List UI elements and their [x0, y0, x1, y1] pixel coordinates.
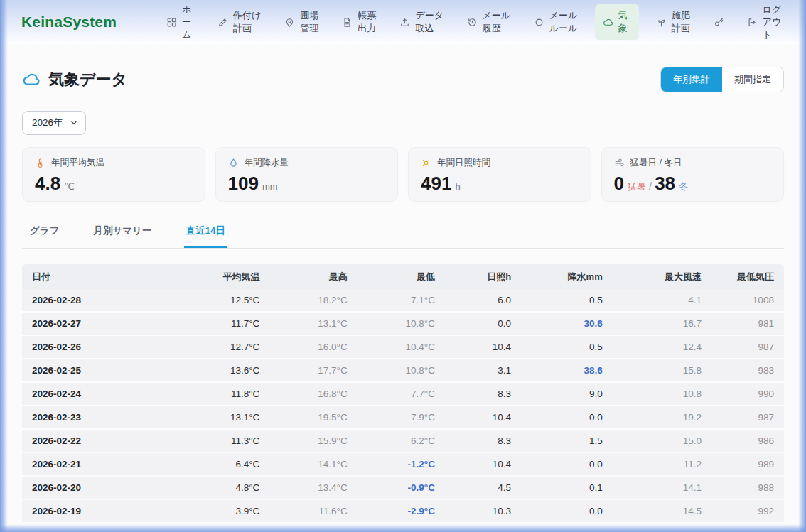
weather-table: 日付平均気温最高最低日照h降水mm最大風速最低気圧 2026-02-2812.5…: [22, 264, 784, 523]
cell-date: 2026-02-26: [22, 342, 201, 352]
table-row[interactable]: 2026-02-2313.1°C19.5°C7.9°C10.40.019.298…: [22, 406, 784, 430]
yearly-summary-button[interactable]: 年別集計: [661, 67, 722, 92]
main-nav: ホーム作付け計画圃場管理帳票出力データ取込メール履歴メールルール気象施肥計画ログ…: [161, 0, 788, 44]
cell-avg-temp: 3.9°C: [201, 506, 269, 516]
year-select[interactable]: 2026年: [22, 111, 86, 135]
tab-recent-14days[interactable]: 直近14日: [184, 220, 227, 248]
table-row[interactable]: 2026-02-193.9°C11.6°C-2.9°C10.30.014.599…: [22, 500, 784, 523]
nav-item-label: 圃場管理: [300, 9, 319, 34]
stat-card-header: 猛暑日 / 冬日: [614, 157, 772, 169]
main-content: 気象データ 年別集計 期間指定 2026年 年間平均気温4.8℃年間降水量109…: [0, 67, 806, 523]
nav-item-label: 帳票出力: [358, 9, 377, 34]
cell-date: 2026-02-23: [22, 412, 201, 423]
cell-avg-temp: 6.4°C: [201, 459, 269, 469]
stat-cards: 年間平均気温4.8℃年間降水量109mm年間日照時間491h猛暑日 / 冬日0猛…: [22, 147, 784, 202]
cell-sunshine: 8.3: [445, 389, 521, 399]
cell-rainfall: 0.0: [521, 412, 613, 423]
table-row[interactable]: 2026-02-2812.5°C18.2°C7.1°C6.00.54.11008: [22, 289, 784, 313]
cell-rainfall: 0.0: [521, 459, 613, 469]
cell-max-wind: 12.4: [613, 342, 711, 352]
cell-min-pressure: 986: [711, 435, 784, 446]
cell-min-pressure: 990: [711, 389, 784, 399]
cell-max-temp: 16.8°C: [269, 389, 357, 399]
nav-item-field-management[interactable]: 圃場管理: [279, 6, 325, 38]
nav-item-mail-history[interactable]: メール履歴: [461, 6, 517, 38]
table-row[interactable]: 2026-02-2711.7°C13.1°C10.8°C0.030.616.79…: [22, 313, 784, 336]
cell-date: 2026-02-21: [22, 459, 201, 469]
nav-item-fertilizer-plan[interactable]: 施肥計画: [650, 6, 697, 38]
cell-min-pressure: 988: [711, 482, 784, 493]
cell-rainfall: 9.0: [521, 389, 613, 399]
cell-max-temp: 16.0°C: [269, 342, 357, 352]
cell-min-temp: 7.1°C: [358, 295, 445, 305]
cell-avg-temp: 4.8°C: [201, 482, 269, 493]
cell-min-pressure: 989: [711, 459, 784, 469]
cell-min-temp: -1.2°C: [358, 459, 445, 469]
table-row[interactable]: 2026-02-204.8°C13.4°C-0.9°C4.50.114.1988: [22, 477, 784, 500]
cell-rainfall: 30.6: [521, 318, 613, 329]
cell-min-temp: 10.8°C: [358, 365, 445, 376]
nav-item-logout[interactable]: ログアウト: [741, 0, 788, 44]
column-header: 日付: [22, 271, 201, 283]
cell-avg-temp: 13.1°C: [201, 412, 269, 423]
table-row[interactable]: 2026-02-2411.8°C16.8°C7.7°C8.39.010.8990: [22, 383, 784, 406]
nav-item-weather[interactable]: 気象: [595, 4, 639, 40]
stat-label: 猛暑日 / 冬日: [630, 157, 682, 169]
window-edge-glow-bottom: [0, 524, 806, 532]
column-header: 平均気温: [201, 271, 269, 283]
nav-item-home[interactable]: ホーム: [161, 0, 200, 44]
tab-monthly-summary[interactable]: 月別サマリー: [92, 220, 153, 248]
cell-sunshine: 10.3: [445, 506, 521, 516]
stat-unit-2: 冬: [679, 181, 688, 192]
cell-min-temp: 7.7°C: [358, 389, 445, 399]
nav-item-planting-plan[interactable]: 作付け計画: [212, 6, 267, 38]
nav-item-label: ホーム: [182, 4, 195, 41]
logout-icon: [747, 17, 758, 28]
cell-max-temp: 18.2°C: [269, 295, 357, 305]
cell-max-wind: 16.7: [613, 318, 711, 329]
period-select-button[interactable]: 期間指定: [722, 67, 783, 92]
table-row[interactable]: 2026-02-216.4°C14.1°C-1.2°C10.40.011.298…: [22, 453, 784, 477]
cell-rainfall: 0.5: [521, 342, 613, 352]
cell-avg-temp: 11.3°C: [201, 435, 269, 446]
cell-rainfall: 0.1: [521, 482, 613, 493]
nav-item-password[interactable]: [708, 13, 730, 31]
stat-card-avg-temp: 年間平均気温4.8℃: [22, 147, 205, 202]
stat-value-row: 4.8℃: [35, 174, 193, 192]
cell-min-pressure: 981: [711, 318, 784, 329]
column-header: 最低: [358, 271, 445, 283]
sprout-icon: [656, 17, 667, 28]
cell-sunshine: 10.4: [445, 412, 521, 423]
stat-unit: 猛暑: [628, 181, 646, 192]
table-row[interactable]: 2026-02-2513.6°C17.7°C10.8°C3.138.615.89…: [22, 359, 784, 383]
cell-max-temp: 13.4°C: [269, 482, 357, 493]
cell-avg-temp: 13.6°C: [201, 365, 269, 376]
nav-item-label: データ取込: [415, 9, 444, 34]
droplet-icon: [228, 158, 239, 168]
stat-value: 109: [228, 173, 259, 194]
cell-max-temp: 15.9°C: [269, 435, 357, 446]
navbar: KeinaSystem ホーム作付け計画圃場管理帳票出力データ取込メール履歴メー…: [0, 0, 806, 44]
nav-item-data-import[interactable]: データ取込: [394, 6, 449, 38]
cell-date: 2026-02-28: [22, 295, 201, 305]
cell-min-temp: 6.2°C: [358, 435, 445, 446]
cell-date: 2026-02-27: [22, 318, 201, 329]
page-title: 気象データ: [48, 69, 127, 90]
table-row[interactable]: 2026-02-2612.7°C16.0°C10.4°C10.40.512.49…: [22, 336, 784, 359]
stat-value: 0: [614, 173, 624, 194]
table-row[interactable]: 2026-02-2211.3°C15.9°C6.2°C8.31.515.0986: [22, 430, 784, 453]
cell-min-temp: -2.9°C: [358, 506, 445, 516]
cell-sunshine: 0.0: [445, 318, 521, 329]
tab-graph[interactable]: グラフ: [28, 220, 60, 248]
cell-max-temp: 11.6°C: [269, 506, 357, 516]
cell-date: 2026-02-22: [22, 435, 201, 446]
nav-item-label: 気象: [618, 9, 631, 34]
cell-max-temp: 14.1°C: [269, 459, 357, 469]
year-select-value: 2026年: [32, 116, 63, 129]
nav-item-report-output[interactable]: 帳票出力: [336, 6, 382, 38]
table-body: 2026-02-2812.5°C18.2°C7.1°C6.00.54.11008…: [22, 289, 784, 523]
table-header-row: 日付平均気温最高最低日照h降水mm最大風速最低気圧: [22, 264, 784, 289]
nav-item-label: 施肥計画: [672, 9, 691, 34]
cell-max-wind: 11.2: [613, 459, 711, 469]
nav-item-mail-rules[interactable]: メールルール: [528, 6, 584, 38]
